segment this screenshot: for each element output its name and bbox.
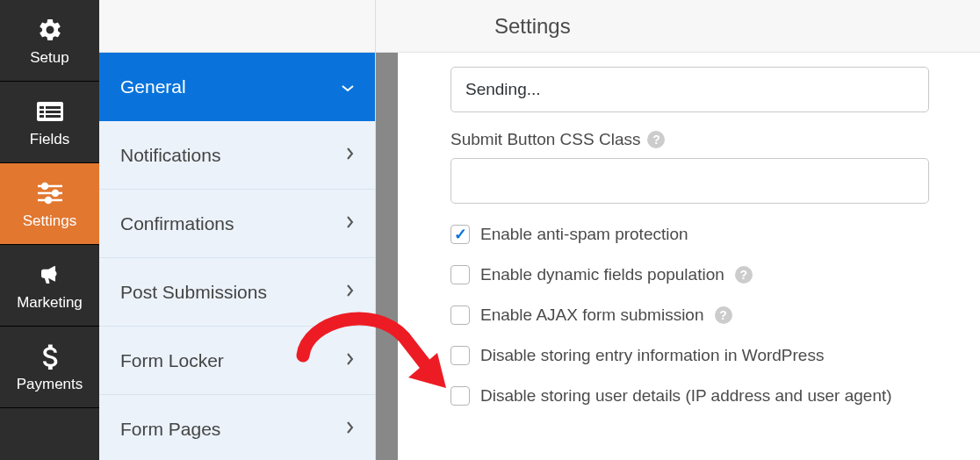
nav-fields[interactable]: Fields <box>0 82 99 163</box>
settings-item-form-pages[interactable]: Form Pages <box>99 395 375 460</box>
settings-item-general[interactable]: General <box>99 53 375 121</box>
settings-item-form-locker[interactable]: Form Locker <box>99 327 375 395</box>
nav-marketing-label: Marketing <box>17 294 83 312</box>
nav-payments-label: Payments <box>17 376 83 393</box>
checkbox-anti-spam[interactable]: ✓ Enable anti-spam protection <box>450 225 945 244</box>
nav-marketing[interactable]: Marketing <box>0 245 99 327</box>
nav-fields-label: Fields <box>30 131 69 148</box>
bullhorn-icon <box>37 261 63 289</box>
checkbox-icon[interactable] <box>450 265 470 284</box>
settings-item-post-submissions[interactable]: Post Submissions <box>99 258 375 327</box>
nav-settings-label: Settings <box>23 212 76 230</box>
checkbox-disable-user-details[interactable]: Disable storing user details (IP address… <box>450 386 945 406</box>
settings-item-label: General <box>120 76 186 97</box>
help-icon[interactable]: ? <box>715 306 732 324</box>
settings-item-label: Confirmations <box>120 213 234 234</box>
checkbox-label: Enable dynamic fields population <box>480 265 724 284</box>
settings-sidebar: General Notifications Confirmations Post… <box>99 0 376 460</box>
chevron-right-icon <box>347 214 354 233</box>
settings-item-label: Form Pages <box>120 419 220 440</box>
settings-item-label: Post Submissions <box>120 282 267 303</box>
content-header: Settings <box>376 0 980 53</box>
sending-input[interactable] <box>450 67 929 112</box>
sliders-icon <box>36 179 64 207</box>
svg-rect-5 <box>40 115 44 118</box>
checkbox-label: Disable storing entry information in Wor… <box>480 346 824 365</box>
submit-css-input[interactable] <box>450 158 929 204</box>
svg-rect-6 <box>46 115 61 118</box>
chevron-right-icon <box>347 146 354 164</box>
settings-item-label: Form Locker <box>120 350 224 371</box>
nav-setup-label: Setup <box>30 49 68 67</box>
settings-item-confirmations[interactable]: Confirmations <box>99 190 375 258</box>
checkbox-ajax-submission[interactable]: Enable AJAX form submission ? <box>450 305 945 325</box>
svg-rect-3 <box>40 111 44 113</box>
checkbox-disable-entry[interactable]: Disable storing entry information in Wor… <box>450 346 945 365</box>
checkbox-label: Enable AJAX form submission <box>480 305 704 325</box>
dollar-icon <box>41 342 59 370</box>
chevron-right-icon <box>347 283 354 301</box>
checkbox-icon[interactable]: ✓ <box>450 225 470 244</box>
checkbox-label: Enable anti-spam protection <box>480 225 688 244</box>
content-area: Settings Submit Button CSS Class ? ✓ Ena… <box>376 0 980 460</box>
svg-point-8 <box>42 183 47 189</box>
page-title: Settings <box>494 14 571 39</box>
checkbox-icon[interactable] <box>450 386 470 406</box>
submit-css-label: Submit Button CSS Class ? <box>450 130 945 149</box>
chevron-right-icon <box>347 351 354 370</box>
settings-sidebar-header <box>99 0 375 53</box>
svg-rect-1 <box>40 106 44 109</box>
checkbox-dynamic-fields[interactable]: Enable dynamic fields population ? <box>450 265 945 284</box>
svg-rect-4 <box>46 111 61 113</box>
svg-rect-2 <box>46 106 61 109</box>
nav-payments[interactable]: Payments <box>0 327 99 408</box>
checkbox-icon[interactable] <box>450 346 470 365</box>
main-sidebar: Setup Fields Settings Marketing <box>0 0 99 460</box>
chevron-down-icon <box>342 78 354 97</box>
divider-bar <box>376 53 398 460</box>
settings-item-notifications[interactable]: Notifications <box>99 121 375 190</box>
help-icon[interactable]: ? <box>647 131 665 148</box>
nav-settings[interactable]: Settings <box>0 163 99 245</box>
chevron-right-icon <box>347 420 354 438</box>
list-icon <box>37 97 63 126</box>
svg-point-12 <box>46 198 51 203</box>
nav-setup[interactable]: Setup <box>0 0 99 82</box>
checkbox-icon[interactable] <box>450 305 470 325</box>
svg-point-10 <box>53 190 58 196</box>
gear-icon <box>37 16 63 44</box>
settings-item-label: Notifications <box>120 145 220 166</box>
help-icon[interactable]: ? <box>735 266 753 284</box>
checkbox-label: Disable storing user details (IP address… <box>480 386 892 406</box>
